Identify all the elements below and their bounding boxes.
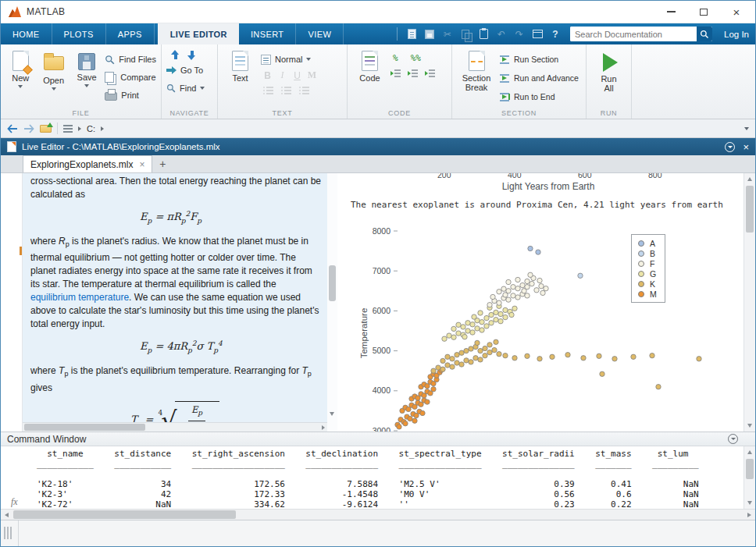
browse-folder-icon[interactable] (40, 125, 52, 133)
scroll-down-icon[interactable] (747, 501, 752, 505)
code-button[interactable]: Code (352, 48, 387, 106)
save-button[interactable]: Save (72, 48, 102, 106)
document-tabbar: ExploringExoplanets.mlx × + (1, 155, 755, 173)
print-button[interactable]: Print (105, 87, 156, 103)
live-script-text-pane[interactable]: cross-sectional area. Then the total ene… (23, 173, 327, 432)
equilibrium-temperature-link[interactable]: equilibrium temperature (30, 292, 129, 303)
new-button[interactable]: New (5, 48, 35, 106)
scroll-left-icon[interactable] (5, 513, 9, 517)
save-icon[interactable] (423, 28, 436, 41)
checklist-icon[interactable] (298, 86, 310, 95)
run-all-icon (603, 53, 618, 72)
scroll-down-icon[interactable] (330, 412, 334, 416)
vscroll-thumb[interactable] (329, 265, 336, 301)
section-break-icon (469, 51, 485, 71)
paragraph: where Rp is the planet's radius. We know… (30, 235, 321, 331)
compare-button[interactable]: Compare (105, 69, 156, 85)
decrease-indent-icon[interactable] (425, 69, 436, 78)
command-hscrollbar (1, 509, 755, 520)
editor-gutter (1, 173, 23, 432)
command-window[interactable]: st_name st_distance st_right_ascension s… (1, 446, 755, 509)
hscroll-thumb[interactable] (13, 510, 236, 519)
tab-insert[interactable]: INSERT (239, 23, 297, 44)
tab-view[interactable]: VIEW (296, 23, 344, 44)
hscroll-thumb[interactable] (24, 424, 145, 431)
scroll-up-icon[interactable] (747, 177, 752, 181)
legend-marker (638, 281, 644, 287)
legend-marker (638, 261, 644, 267)
text-button[interactable]: Text (223, 48, 258, 106)
minimize-button[interactable] (665, 5, 677, 18)
increase-indent-icon[interactable] (408, 69, 419, 78)
maximize-button[interactable] (697, 5, 710, 18)
open-button[interactable]: Open (38, 48, 68, 106)
smart-indent-icon[interactable] (390, 69, 401, 78)
redo-icon[interactable]: ↷ (513, 28, 526, 41)
section-break-button[interactable]: Section Break (457, 48, 496, 106)
address-dropdown-icon[interactable] (744, 127, 749, 130)
breadcrumb-drive[interactable]: C: (87, 124, 95, 133)
bullet-list-icon[interactable] (262, 86, 274, 95)
run-to-end-button[interactable]: Run to End (499, 89, 579, 105)
app-title: MATLAB (27, 6, 66, 17)
tab-close-icon[interactable]: × (139, 160, 144, 169)
drive-icon[interactable] (63, 125, 73, 133)
run-all-button[interactable]: Run All (591, 48, 626, 106)
login-button[interactable]: Log In (724, 30, 749, 39)
legend-marker (638, 291, 644, 297)
scroll-right-icon[interactable] (322, 425, 325, 430)
back-icon[interactable] (7, 124, 18, 133)
block-comment-button[interactable]: %% (408, 53, 423, 64)
find-button[interactable]: Find (166, 80, 212, 96)
layout-icon[interactable] (531, 28, 544, 41)
monospace-button[interactable]: M (305, 69, 319, 82)
cut-icon[interactable]: ✂ (441, 28, 454, 41)
close-button[interactable]: × (730, 5, 743, 18)
text-style-dropdown[interactable]: Normal (261, 52, 319, 67)
live-editor-titlebar: Live Editor - C:\MATLAB\ExploringExoplan… (1, 138, 755, 155)
ribbon-section-text: Text Normal B I U M TEXT (218, 44, 348, 119)
command-window-menu-icon[interactable] (728, 434, 738, 444)
comment-button[interactable]: % (390, 53, 401, 64)
find-files-button[interactable]: Find Files (105, 52, 156, 67)
new-tab-button[interactable]: + (152, 155, 173, 172)
underline-button[interactable]: U (291, 69, 304, 82)
undo-icon[interactable]: ↶ (495, 28, 508, 41)
gutter-marker (20, 247, 22, 255)
search-button[interactable] (697, 27, 712, 41)
vscroll-thumb[interactable] (746, 186, 754, 233)
legend-marker (638, 240, 644, 247)
document-tab[interactable]: ExploringExoplanets.mlx × (23, 155, 152, 172)
scroll-right-icon[interactable] (747, 513, 751, 517)
search-input[interactable] (570, 27, 697, 41)
print-icon (105, 92, 117, 101)
italic-button[interactable]: I (276, 69, 289, 82)
tab-apps[interactable]: APPS (106, 23, 155, 44)
new-script-icon[interactable] (405, 28, 418, 41)
numbered-list-icon[interactable] (280, 86, 292, 95)
tab-home[interactable]: HOME (1, 23, 52, 44)
forward-icon[interactable] (23, 124, 34, 133)
tab-live-editor[interactable]: LIVE EDITOR (158, 23, 239, 44)
run-section-button[interactable]: Run Section (499, 52, 579, 67)
legend-label: M (650, 289, 657, 299)
legend-label: B (650, 249, 655, 258)
vscroll-thumb[interactable] (746, 459, 754, 479)
paste-icon[interactable] (477, 28, 490, 41)
scroll-up-icon[interactable] (747, 450, 752, 454)
toolstrip-tabrow: HOME PLOTS APPS LIVE EDITOR INSERT VIEW … (1, 23, 755, 44)
dock-menu-icon[interactable] (725, 142, 735, 152)
svg-text:5000: 5000 (373, 346, 391, 355)
find-icon (166, 83, 176, 93)
bold-button[interactable]: B (261, 69, 274, 82)
copy-icon[interactable] (459, 28, 472, 41)
goto-button[interactable]: Go To (166, 62, 212, 78)
editor-close-icon[interactable]: × (743, 142, 749, 152)
go-down-icon[interactable] (187, 50, 196, 60)
go-up-icon[interactable] (171, 50, 180, 60)
help-icon[interactable]: ? (549, 28, 562, 41)
scroll-down-icon[interactable] (747, 424, 752, 428)
resize-grip[interactable] (4, 527, 5, 539)
tab-plots[interactable]: PLOTS (52, 23, 106, 44)
run-and-advance-button[interactable]: Run and Advance (499, 70, 579, 86)
